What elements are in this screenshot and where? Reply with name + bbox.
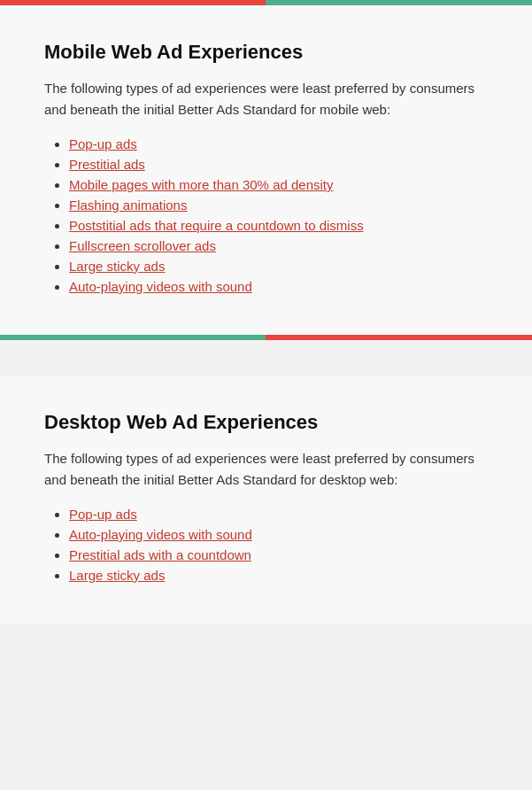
mobile-list-item: Pop-up ads — [69, 136, 488, 151]
mobile-list-item-link-5[interactable]: Fullscreen scrollover ads — [69, 238, 216, 253]
mobile-list-item-link-1[interactable]: Prestitial ads — [69, 157, 145, 172]
desktop-list-item: Auto-playing videos with sound — [69, 527, 488, 542]
mobile-section: Mobile Web Ad Experiences The following … — [0, 5, 532, 335]
mobile-list-item: Prestitial ads — [69, 157, 488, 172]
mobile-ads-list: Pop-up adsPrestitial adsMobile pages wit… — [44, 136, 488, 294]
mobile-list-item: Large sticky ads — [69, 259, 488, 274]
desktop-list-item-link-0[interactable]: Pop-up ads — [69, 507, 137, 522]
mobile-list-item-link-2[interactable]: Mobile pages with more than 30% ad densi… — [69, 177, 334, 192]
desktop-list-item: Pop-up ads — [69, 507, 488, 522]
mobile-section-description: The following types of ad experiences we… — [44, 78, 488, 120]
desktop-list-item-link-3[interactable]: Large sticky ads — [69, 568, 165, 583]
mobile-list-item-link-7[interactable]: Auto-playing videos with sound — [69, 279, 252, 294]
desktop-section: Desktop Web Ad Experiences The following… — [0, 376, 532, 623]
mobile-list-item: Fullscreen scrollover ads — [69, 238, 488, 253]
mobile-list-item-link-6[interactable]: Large sticky ads — [69, 259, 165, 274]
desktop-ads-list: Pop-up adsAuto-playing videos with sound… — [44, 507, 488, 583]
mobile-list-item: Auto-playing videos with sound — [69, 279, 488, 294]
desktop-section-title: Desktop Web Ad Experiences — [44, 411, 488, 434]
desktop-list-item-link-1[interactable]: Auto-playing videos with sound — [69, 527, 252, 542]
section-spacer — [0, 340, 532, 376]
desktop-section-description: The following types of ad experiences we… — [44, 448, 488, 491]
desktop-list-item-link-2[interactable]: Prestitial ads with a countdown — [69, 547, 251, 562]
desktop-list-item: Prestitial ads with a countdown — [69, 547, 488, 562]
mobile-list-item: Mobile pages with more than 30% ad densi… — [69, 177, 488, 192]
mobile-list-item: Poststitial ads that require a countdown… — [69, 218, 488, 233]
mobile-list-item: Flashing animations — [69, 198, 488, 213]
desktop-list-item: Large sticky ads — [69, 568, 488, 583]
mobile-section-title: Mobile Web Ad Experiences — [44, 41, 488, 64]
mobile-list-item-link-3[interactable]: Flashing animations — [69, 198, 187, 213]
mobile-list-item-link-4[interactable]: Poststitial ads that require a countdown… — [69, 218, 364, 233]
mobile-list-item-link-0[interactable]: Pop-up ads — [69, 136, 137, 151]
